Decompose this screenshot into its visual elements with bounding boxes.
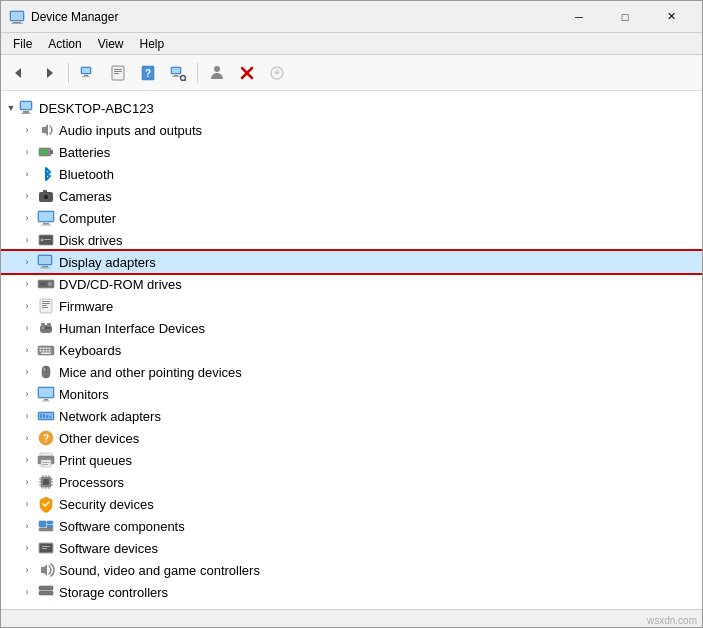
hid-label: Human Interface Devices [59,321,205,336]
svg-rect-81 [43,414,45,418]
tree-item-software-devices[interactable]: › Software devices [1,537,702,559]
cameras-icon [37,187,55,205]
processors-icon [37,473,55,491]
remove-button[interactable] [233,59,261,87]
tree-item-sound[interactable]: › Sound, video and game controllers [1,559,702,581]
svg-rect-112 [42,546,50,547]
uninstall-button[interactable] [203,59,231,87]
svg-rect-66 [40,350,42,352]
tree-item-bluetooth[interactable]: › Bluetooth [1,163,702,185]
svg-rect-16 [174,75,178,76]
svg-rect-6 [84,75,88,76]
sw-components-expand: › [21,520,33,532]
svg-rect-93 [43,479,49,485]
svg-rect-17 [172,76,180,77]
dvd-label: DVD/CD-ROM drives [59,277,182,292]
sound-expand: › [21,564,33,576]
main-content[interactable]: ▼ DESKTOP-ABC123 › Audio inputs and [1,91,702,609]
svg-rect-68 [46,350,48,352]
tree-item-keyboards[interactable]: › Keyboards [1,339,702,361]
sw-devices-icon [37,539,55,557]
svg-rect-70 [41,353,51,355]
tree-item-cameras[interactable]: › Cameras [1,185,702,207]
tree-item-network[interactable]: › Network adapters [1,405,702,427]
tree-root-node[interactable]: ▼ DESKTOP-ABC123 [1,97,702,119]
svg-point-20 [214,66,220,72]
svg-point-91 [50,457,52,459]
status-bar: wsxdn.com [1,609,702,628]
monitors-expand: › [21,388,33,400]
hid-expand: › [21,322,33,334]
menu-help[interactable]: Help [132,35,173,53]
svg-rect-9 [114,69,122,70]
scan-button[interactable] [164,59,192,87]
tree-item-processors[interactable]: › Proces [1,471,702,493]
tree-item-firmware[interactable]: › Firmware [1,295,702,317]
tree-item-disk-drives[interactable]: › Disk drives [1,229,702,251]
sw-components-icon [37,517,55,535]
svg-rect-44 [39,256,51,264]
dvd-expand: › [21,278,33,290]
view-by-type-button[interactable] [74,59,102,87]
sound-icon [37,561,55,579]
help-button[interactable]: ? [134,59,162,87]
svg-point-116 [50,587,52,589]
tree-item-monitors[interactable]: › Monitors [1,383,702,405]
mice-expand: › [21,366,33,378]
network-expand: › [21,410,33,422]
tree-item-audio[interactable]: › Audio inputs and outputs [1,119,702,141]
cameras-label: Cameras [59,189,112,204]
svg-rect-73 [44,368,46,371]
svg-rect-75 [39,388,53,397]
tree-item-print[interactable]: › Print queues [1,449,702,471]
svg-point-33 [45,196,48,199]
back-button[interactable] [5,59,33,87]
svg-rect-38 [41,225,51,226]
tree-item-display-adapters[interactable]: › Display adapters [1,251,702,273]
tree-item-storage[interactable]: › Storage controllers [1,581,702,603]
tree-item-other[interactable]: › ? Other devices [1,427,702,449]
svg-rect-90 [42,464,48,465]
print-icon [37,451,55,469]
forward-button[interactable] [35,59,63,87]
root-label: DESKTOP-ABC123 [39,101,154,116]
svg-rect-36 [39,212,53,221]
svg-rect-63 [43,348,45,350]
tree-item-hid[interactable]: › Human Interface Devices [1,317,702,339]
tree-item-dvd[interactable]: › DVD/CD-ROM drives [1,273,702,295]
display-label: Display adapters [59,255,156,270]
svg-point-57 [42,327,44,329]
properties-button[interactable] [104,59,132,87]
svg-point-49 [48,282,52,286]
firmware-label: Firmware [59,299,113,314]
svg-rect-26 [23,111,29,113]
close-button[interactable]: ✕ [648,1,694,33]
svg-rect-34 [43,190,47,193]
other-label: Other devices [59,431,139,446]
menu-file[interactable]: File [5,35,40,53]
window-controls: ─ □ ✕ [556,1,694,33]
svg-rect-5 [82,68,90,73]
svg-rect-62 [40,348,42,350]
maximize-button[interactable]: □ [602,1,648,33]
bluetooth-icon [37,165,55,183]
menu-action[interactable]: Action [40,35,89,53]
storage-label: Storage controllers [59,585,168,600]
svg-rect-7 [82,76,90,77]
batteries-expand: › [21,146,33,158]
svg-rect-58 [45,327,51,329]
svg-rect-88 [41,460,51,467]
minimize-button[interactable]: ─ [556,1,602,33]
tree-item-mice[interactable]: › Mice and other pointing devices [1,361,702,383]
svg-rect-59 [41,323,45,326]
svg-text:?: ? [43,433,49,444]
processors-expand: › [21,476,33,488]
svg-rect-64 [46,348,48,350]
tree-item-software-components[interactable]: › Software components [1,515,702,537]
svg-rect-82 [46,415,48,418]
tree-item-computer[interactable]: › Computer [1,207,702,229]
tree-item-security[interactable]: › Security devices [1,493,702,515]
tree-item-batteries[interactable]: › Batteries [1,141,702,163]
update-button[interactable] [263,59,291,87]
menu-view[interactable]: View [90,35,132,53]
